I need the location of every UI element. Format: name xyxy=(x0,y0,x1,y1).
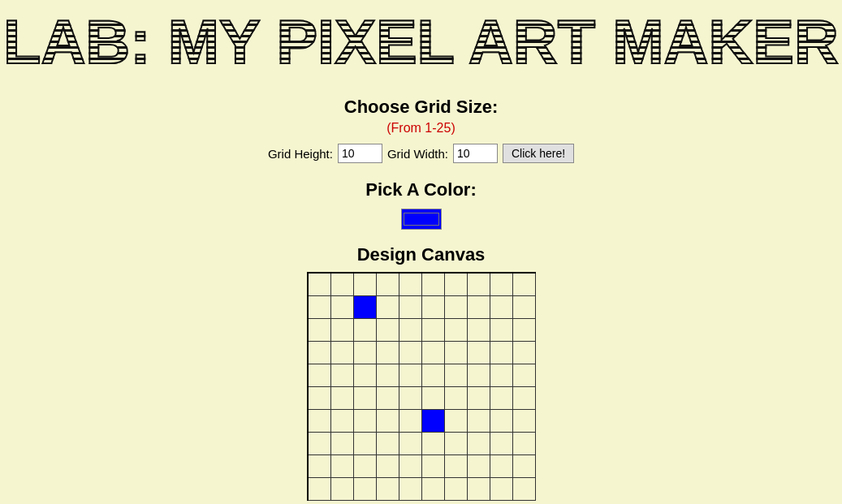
grid-cell[interactable] xyxy=(377,342,399,364)
grid-cell[interactable] xyxy=(377,296,399,319)
color-picker-input[interactable] xyxy=(401,209,442,230)
grid-cell[interactable] xyxy=(445,342,468,364)
grid-cell[interactable] xyxy=(399,296,422,319)
grid-cell[interactable] xyxy=(422,410,445,433)
grid-cell[interactable] xyxy=(422,342,445,364)
grid-cell[interactable] xyxy=(354,274,377,296)
grid-cell[interactable] xyxy=(422,296,445,319)
grid-cell[interactable] xyxy=(399,364,422,387)
grid-cell[interactable] xyxy=(331,387,354,410)
grid-cell[interactable] xyxy=(468,296,490,319)
grid-cell[interactable] xyxy=(309,387,331,410)
grid-cell[interactable] xyxy=(445,274,468,296)
grid-cell[interactable] xyxy=(331,274,354,296)
grid-cell[interactable] xyxy=(445,387,468,410)
grid-cell[interactable] xyxy=(490,387,513,410)
grid-cell[interactable] xyxy=(354,296,377,319)
grid-cell[interactable] xyxy=(399,274,422,296)
grid-cell[interactable] xyxy=(354,342,377,364)
grid-cell[interactable] xyxy=(377,410,399,433)
grid-cell[interactable] xyxy=(513,319,536,342)
grid-cell[interactable] xyxy=(445,433,468,455)
grid-cell[interactable] xyxy=(490,296,513,319)
grid-cell[interactable] xyxy=(354,433,377,455)
grid-cell[interactable] xyxy=(309,478,331,501)
grid-cell[interactable] xyxy=(468,478,490,501)
grid-cell[interactable] xyxy=(331,478,354,501)
grid-cell[interactable] xyxy=(513,387,536,410)
grid-cell[interactable] xyxy=(490,433,513,455)
grid-cell[interactable] xyxy=(331,342,354,364)
grid-cell[interactable] xyxy=(354,387,377,410)
grid-cell[interactable] xyxy=(399,410,422,433)
grid-cell[interactable] xyxy=(490,274,513,296)
grid-cell[interactable] xyxy=(399,433,422,455)
grid-cell[interactable] xyxy=(468,319,490,342)
grid-cell[interactable] xyxy=(377,319,399,342)
grid-cell[interactable] xyxy=(468,274,490,296)
grid-cell[interactable] xyxy=(422,319,445,342)
grid-cell[interactable] xyxy=(354,410,377,433)
grid-cell[interactable] xyxy=(354,478,377,501)
grid-cell[interactable] xyxy=(377,478,399,501)
grid-cell[interactable] xyxy=(513,410,536,433)
grid-cell[interactable] xyxy=(354,364,377,387)
grid-height-input[interactable] xyxy=(338,144,382,163)
grid-cell[interactable] xyxy=(513,274,536,296)
grid-cell[interactable] xyxy=(422,478,445,501)
grid-cell[interactable] xyxy=(490,342,513,364)
grid-cell[interactable] xyxy=(331,364,354,387)
grid-cell[interactable] xyxy=(331,455,354,478)
grid-cell[interactable] xyxy=(331,319,354,342)
grid-cell[interactable] xyxy=(399,342,422,364)
grid-width-input[interactable] xyxy=(453,144,498,163)
grid-cell[interactable] xyxy=(422,364,445,387)
grid-cell[interactable] xyxy=(309,296,331,319)
grid-cell[interactable] xyxy=(377,455,399,478)
grid-cell[interactable] xyxy=(399,387,422,410)
grid-cell[interactable] xyxy=(377,433,399,455)
grid-cell[interactable] xyxy=(468,387,490,410)
grid-cell[interactable] xyxy=(513,342,536,364)
grid-cell[interactable] xyxy=(399,455,422,478)
grid-cell[interactable] xyxy=(309,342,331,364)
grid-cell[interactable] xyxy=(422,274,445,296)
grid-cell[interactable] xyxy=(468,364,490,387)
grid-cell[interactable] xyxy=(309,319,331,342)
submit-grid-button[interactable]: Click here! xyxy=(503,144,574,163)
grid-cell[interactable] xyxy=(354,319,377,342)
grid-cell[interactable] xyxy=(309,274,331,296)
grid-cell[interactable] xyxy=(490,364,513,387)
grid-cell[interactable] xyxy=(309,364,331,387)
grid-cell[interactable] xyxy=(513,433,536,455)
grid-cell[interactable] xyxy=(422,455,445,478)
grid-cell[interactable] xyxy=(354,455,377,478)
grid-cell[interactable] xyxy=(468,433,490,455)
grid-cell[interactable] xyxy=(331,433,354,455)
grid-cell[interactable] xyxy=(445,410,468,433)
grid-cell[interactable] xyxy=(490,319,513,342)
grid-cell[interactable] xyxy=(513,455,536,478)
grid-cell[interactable] xyxy=(468,455,490,478)
grid-cell[interactable] xyxy=(445,319,468,342)
grid-cell[interactable] xyxy=(490,455,513,478)
grid-cell[interactable] xyxy=(513,364,536,387)
grid-cell[interactable] xyxy=(490,410,513,433)
grid-cell[interactable] xyxy=(445,455,468,478)
grid-cell[interactable] xyxy=(309,410,331,433)
grid-cell[interactable] xyxy=(468,342,490,364)
grid-cell[interactable] xyxy=(309,433,331,455)
grid-cell[interactable] xyxy=(377,364,399,387)
grid-cell[interactable] xyxy=(377,274,399,296)
grid-cell[interactable] xyxy=(377,387,399,410)
grid-cell[interactable] xyxy=(445,478,468,501)
grid-cell[interactable] xyxy=(468,410,490,433)
grid-cell[interactable] xyxy=(309,455,331,478)
grid-cell[interactable] xyxy=(445,364,468,387)
grid-cell[interactable] xyxy=(422,387,445,410)
grid-cell[interactable] xyxy=(513,478,536,501)
grid-cell[interactable] xyxy=(331,296,354,319)
grid-cell[interactable] xyxy=(399,478,422,501)
grid-cell[interactable] xyxy=(445,296,468,319)
grid-cell[interactable] xyxy=(513,296,536,319)
